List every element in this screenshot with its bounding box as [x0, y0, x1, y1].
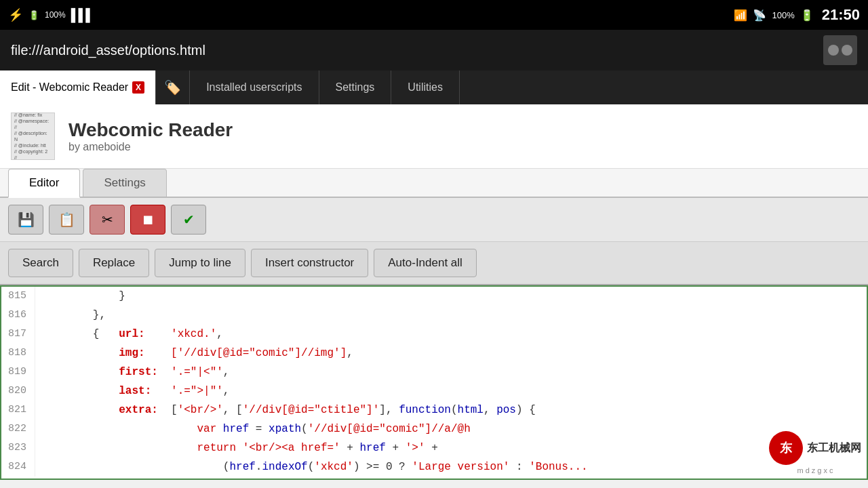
- url-text: file:///android_asset/options.html: [11, 43, 205, 58]
- code-line-822: 822 var href = xpath('//div[@id="comic"]…: [1, 420, 867, 439]
- tab-dot-2: [842, 45, 852, 56]
- code-line-816: 816 },: [1, 306, 867, 325]
- clock: 21:50: [822, 6, 860, 24]
- battery-full-text: 100%: [772, 10, 794, 20]
- auto-indent-button[interactable]: Auto-Indent all: [374, 249, 477, 277]
- check-button[interactable]: ✔: [171, 205, 206, 235]
- editor-tabs: Editor Settings: [0, 169, 868, 198]
- code-line-819: 819 first: '.="|<"',: [1, 363, 867, 382]
- editor-toolbar: 💾 📋 ✂ ⏹ ✔: [0, 198, 868, 242]
- browser-tabs-icon[interactable]: [823, 35, 857, 65]
- code-line-818: 818 img: ['//div[@id="comic"]//img'],: [1, 344, 867, 363]
- settings-tab-editor-label: Settings: [104, 176, 145, 189]
- save-button[interactable]: 💾: [8, 205, 43, 235]
- app-author: by ameboide: [68, 141, 857, 153]
- stop-button[interactable]: ⏹: [130, 205, 165, 235]
- utilities-tab-label: Utilities: [408, 81, 443, 94]
- installed-userscripts-label: Installed userscripts: [206, 81, 302, 94]
- main-content: // ==UserScript== // @name: fix // @name…: [0, 104, 868, 480]
- tab-utilities[interactable]: Utilities: [391, 70, 460, 104]
- wifi-icon: 📶: [734, 9, 747, 22]
- tab-logo-icon: 🏷️: [164, 79, 181, 96]
- jump-to-line-button[interactable]: Jump to line: [155, 249, 245, 277]
- tab-edit-webcomic[interactable]: Edit - Webcomic Reader X: [0, 70, 156, 104]
- delete-button[interactable]: ✂: [90, 205, 125, 235]
- usb-icon: ⚡: [8, 7, 23, 22]
- settings-tab-label: Settings: [336, 81, 375, 94]
- code-line-815: 815 }: [1, 287, 867, 306]
- url-bar[interactable]: file:///android_asset/options.html: [0, 30, 868, 70]
- code-line-824: 824 (href.indexOf('xkcd') >= 0 ? 'Large …: [1, 458, 867, 476]
- insert-constructor-button[interactable]: Insert constructor: [251, 249, 368, 277]
- tab-settings[interactable]: Settings: [319, 70, 392, 104]
- app-logo: // ==UserScript== // @name: fix // @name…: [11, 113, 55, 160]
- status-bar: ⚡ 🔋 100% ▌▌▌ 📶 📡 100% 🔋 21:50: [0, 0, 868, 30]
- tab-label-edit: Edit - Webcomic Reader: [11, 81, 128, 94]
- search-button[interactable]: Search: [8, 249, 73, 277]
- code-line-817: 817 { url: 'xkcd.',: [1, 325, 867, 344]
- editor-tab-editor[interactable]: Editor: [8, 169, 80, 198]
- tab-installed-userscripts[interactable]: Installed userscripts: [190, 70, 319, 104]
- code-line-823: 823 return '<br/><a href=' + href + '>' …: [1, 439, 867, 458]
- signal-icon: 📡: [753, 9, 766, 22]
- bars-icon: ▌▌▌: [71, 8, 93, 22]
- app-header: // ==UserScript== // @name: fix // @name…: [0, 104, 868, 169]
- battery-small-icon: 🔋: [28, 10, 39, 20]
- code-line-821: 821 extra: ['<br/>', ['//div[@id="ctitle…: [1, 401, 867, 420]
- code-editor[interactable]: 815 } 816 }, 817 { url: 'xkcd.', 818 img…: [0, 285, 868, 480]
- editor-tab-label: Editor: [29, 176, 59, 189]
- edit-button[interactable]: 📋: [49, 205, 84, 235]
- battery-small-text: 100%: [45, 10, 66, 20]
- status-right: 📶 📡 100% 🔋 21:50: [734, 6, 860, 24]
- tab-close-button[interactable]: X: [132, 81, 144, 94]
- action-buttons: Search Replace Jump to line Insert const…: [0, 242, 868, 285]
- tab-icon[interactable]: 🏷️: [156, 70, 190, 104]
- app-title: Webcomic Reader: [68, 119, 857, 141]
- tab-dot-1: [828, 45, 839, 56]
- tab-bar: Edit - Webcomic Reader X 🏷️ Installed us…: [0, 70, 868, 104]
- editor-tab-settings[interactable]: Settings: [83, 169, 166, 197]
- battery-full-icon: 🔋: [800, 9, 814, 22]
- replace-button[interactable]: Replace: [79, 249, 149, 277]
- status-left: ⚡ 🔋 100% ▌▌▌: [8, 7, 93, 22]
- app-title-block: Webcomic Reader by ameboide: [68, 119, 857, 153]
- code-line-820: 820 last: '.=">|"',: [1, 382, 867, 401]
